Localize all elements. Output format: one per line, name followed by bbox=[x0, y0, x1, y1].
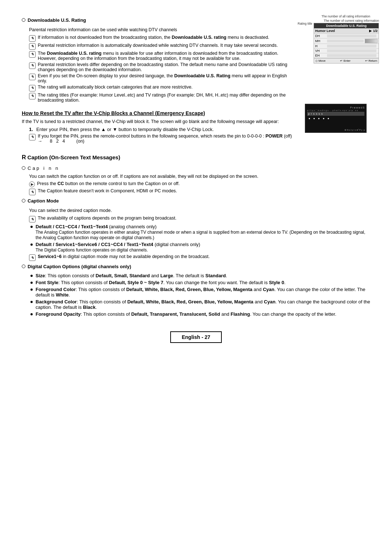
humor-row: Humor Level ▶ 1/2 bbox=[314, 28, 379, 34]
caption-note-text-2: The Caption feature doesn't work in Comp… bbox=[38, 188, 177, 193]
rating-diagram-area: The number of all rating information Rat… bbox=[298, 15, 370, 104]
dot-bullet-digital bbox=[30, 244, 33, 246]
note-text-2: Parental restriction information is auto… bbox=[38, 43, 278, 48]
caption-mode-note-icon: ✎ bbox=[29, 216, 36, 222]
note-text-5: Even if you set the On-screen display to… bbox=[38, 73, 290, 83]
vchip-dots: ● ● ● ● ● bbox=[307, 116, 364, 121]
caption-mode-note-text: The availability of captions depends on … bbox=[38, 216, 176, 221]
digital-size-text: Size: This option consists of Default, S… bbox=[36, 273, 227, 278]
caption-main-heading: Caption (On-Screen Text Messages) bbox=[28, 154, 121, 160]
note-icon-2: ✎ bbox=[29, 43, 36, 50]
digital-bullet-opacity: Foreground Opacity: This option consists… bbox=[30, 311, 370, 317]
circle-bullet-digital-caption bbox=[22, 265, 25, 268]
page-footer: English - 27 bbox=[22, 331, 370, 343]
note-item-7: ✎ The rating titles (For example: Humor … bbox=[29, 93, 290, 103]
caption-mode-subsection: Caption Mode You can select the desired … bbox=[22, 198, 370, 261]
caption-label-row: Cap i n n bbox=[22, 165, 370, 171]
rating-box-title: Downloadable U.S. Rating bbox=[314, 23, 379, 28]
caption-note-1: ▶ Press the CC button on the remote cont… bbox=[29, 181, 370, 187]
caption-mode-para: You can select the desired caption mode. bbox=[29, 207, 370, 214]
digital-bullet-bg-color: Background Color: This option consists o… bbox=[30, 299, 370, 310]
vchip-screen: P r w w w d S p i l i p s ' ' m a d n g … bbox=[305, 104, 367, 133]
service-note-text: Service1~6 in digital caption mode may n… bbox=[38, 254, 210, 259]
note-text-3: The Downloadable U.S. rating menu is ava… bbox=[38, 51, 290, 61]
dot-bullet-size bbox=[30, 275, 33, 277]
note-item-5: ✎ Even if you set the On-screen display … bbox=[29, 73, 290, 83]
mh-image bbox=[365, 39, 377, 43]
note-icon-3: ✎ bbox=[29, 51, 36, 58]
rating-footer: ◇ Move ↵ Enter ↩ Return bbox=[314, 58, 379, 63]
caption-para: You can switch the caption function on o… bbox=[29, 173, 370, 180]
note-icon-6: ✎ bbox=[29, 85, 36, 91]
rating-row-mh: MH bbox=[314, 38, 379, 44]
digital-caption-section: Digital Caption Options (digital channel… bbox=[22, 264, 370, 317]
rating-bar-eh bbox=[327, 54, 376, 57]
rating-label-mh: MH bbox=[315, 39, 326, 43]
downloadable-rating-section: Downloadable U.S. Rating Parental restri… bbox=[22, 15, 370, 104]
note-item-4: ✎ Parental restriction levels differ dep… bbox=[29, 62, 290, 72]
rating-label-eh: EH bbox=[315, 54, 326, 57]
caption-note-icon-1: ▶ bbox=[29, 181, 35, 187]
note-text-6: The rating will automatically block cert… bbox=[38, 85, 193, 90]
downloadable-rating-para1: Parental restriction information can be … bbox=[29, 26, 290, 33]
caption-r-prefix: R bbox=[22, 154, 26, 161]
note-text-4: Parental restriction levels differ depen… bbox=[38, 62, 290, 72]
digital-font-text: Font Style: This option consists of Defa… bbox=[36, 280, 286, 285]
caption-mode-heading: Caption Mode bbox=[28, 198, 59, 204]
how-to-left: How to Reset the TV after the V-Chip Blo… bbox=[22, 104, 298, 145]
humor-val: 1/2 bbox=[373, 29, 378, 33]
humor-label: Humor Level bbox=[315, 29, 367, 33]
how-to-reset-section: How to Reset the TV after the V-Chip Blo… bbox=[22, 104, 370, 145]
downloadable-rating-heading: Downloadable U.S. Rating bbox=[28, 17, 86, 23]
dot-bullet-font bbox=[30, 282, 33, 284]
downloadable-rating-heading-row: Downloadable U.S. Rating bbox=[22, 17, 290, 24]
caption-bullet-digital: Default / Service1~Service6 / CC1~CC4 / … bbox=[30, 242, 370, 253]
note-icon-1: ✎ bbox=[29, 35, 36, 42]
caption-digital-text: Default / Service1~Service6 / CC1~CC4 / … bbox=[36, 242, 200, 253]
vchip-bottom-text: ⊕ N s l y r c ●ᵀ P y p bbox=[344, 128, 365, 131]
vchip-highlight: p r s s s s bbox=[307, 112, 364, 116]
numbered-item-1: 1. Enter your PIN, then press the ▲ or ▼… bbox=[29, 127, 298, 132]
circle-bullet-icon bbox=[22, 18, 25, 22]
note-item-6: ✎ The rating will automatically block ce… bbox=[29, 85, 290, 91]
humor-arrow-icon: ▶ bbox=[369, 29, 372, 33]
circle-bullet-caption-mode bbox=[22, 199, 25, 202]
footer-move: ◇ Move bbox=[315, 59, 326, 62]
digital-opacity-text: Foreground Opacity: This option consists… bbox=[36, 311, 336, 317]
vchip-line-2: p i l i p s ' ' m a d n g u - - p h a l … bbox=[307, 109, 364, 111]
step-number-1: 1. bbox=[29, 127, 36, 132]
digital-bullet-fg-color: Foreground Color: This option consists o… bbox=[30, 287, 370, 298]
rating-label-h: H bbox=[315, 44, 326, 48]
caption-mode-label-row: Caption Mode bbox=[22, 198, 370, 205]
dot-bullet-analog bbox=[30, 226, 33, 228]
pin-note-text: If you forget the PIN, press the remote-… bbox=[38, 134, 298, 144]
footer-return: ↩ Return bbox=[365, 59, 377, 62]
all-rating-info-label: The number of all rating information bbox=[322, 15, 370, 18]
service-note-icon: ✎ bbox=[29, 254, 36, 261]
rating-label-vh: VH bbox=[315, 49, 326, 53]
note-text-1: If information is not downloaded from th… bbox=[38, 35, 269, 40]
rating-box: Downloadable U.S. Rating Humor Level ▶ 1… bbox=[314, 23, 379, 64]
caption-bullet-analog: Default / CC1~CC4 / Text1~Text4 (analog … bbox=[30, 224, 370, 240]
page-content: Downloadable U.S. Rating Parental restri… bbox=[22, 15, 370, 343]
note-icon-5: ✎ bbox=[29, 74, 36, 80]
note-item-1: ✎ If information is not downloaded from … bbox=[29, 35, 290, 42]
footer-box: English - 27 bbox=[170, 331, 222, 343]
circle-bullet-caption bbox=[22, 166, 25, 170]
current-rating-info-label: The number of current rating information bbox=[314, 19, 379, 22]
note-icon-4: ✎ bbox=[29, 62, 36, 69]
digital-caption-label-row: Digital Caption Options (digital channel… bbox=[22, 264, 370, 271]
downloadable-rating-left: Downloadable U.S. Rating Parental restri… bbox=[22, 15, 290, 104]
digital-bullet-size: Size: This option consists of Default, S… bbox=[30, 273, 370, 278]
vchip-line-1: P r w w w d S bbox=[307, 106, 364, 109]
rating-bar-mh bbox=[327, 40, 364, 42]
service-note: ✎ Service1~6 in digital caption mode may… bbox=[29, 254, 370, 261]
digital-caption-heading: Digital Caption Options (digital channel… bbox=[28, 264, 131, 269]
step-text-1: Enter your PIN, then press the ▲ or ▼ bu… bbox=[36, 127, 214, 132]
caption-mode-note-1: ✎ The availability of captions depends o… bbox=[29, 216, 370, 222]
caption-note-2: ✎ The Caption feature doesn't work in Co… bbox=[29, 188, 370, 195]
caption-note-text-1: Press the CC button on the remote contro… bbox=[37, 181, 180, 186]
how-to-para1: If the TV is tuned to a restricted chann… bbox=[22, 118, 298, 125]
pin-note-item: ✎ If you forget the PIN, press the remot… bbox=[29, 134, 298, 144]
note-text-7: The rating titles (For example: Humor Le… bbox=[38, 93, 290, 103]
